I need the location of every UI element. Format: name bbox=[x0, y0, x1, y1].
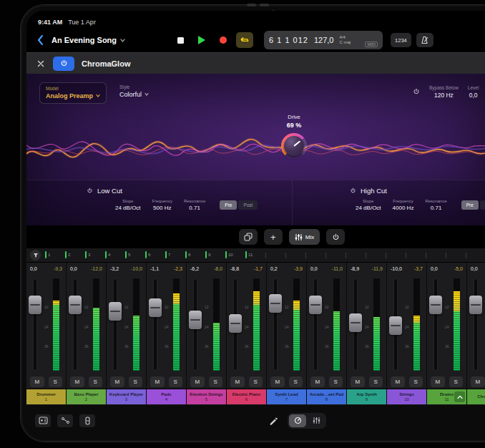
mute-button[interactable]: M bbox=[431, 376, 445, 387]
solo-button[interactable]: S bbox=[49, 376, 63, 387]
track-label[interactable]: Bass Player 2 bbox=[67, 389, 106, 404]
mute-button[interactable]: M bbox=[190, 376, 205, 387]
solo-button[interactable]: S bbox=[249, 376, 263, 387]
model-selector[interactable]: Model Analog Preamp bbox=[39, 82, 107, 104]
solo-button[interactable]: S bbox=[289, 376, 303, 387]
track-label[interactable]: Chorus V bbox=[467, 389, 485, 404]
mute-button[interactable]: M bbox=[471, 376, 485, 387]
fader-handle[interactable] bbox=[149, 298, 162, 317]
mute-button[interactable]: M bbox=[70, 376, 84, 387]
mute-button[interactable]: M bbox=[230, 376, 245, 387]
fader-track[interactable] bbox=[474, 279, 477, 370]
ruler-bar: 5 bbox=[125, 251, 130, 258]
solo-button[interactable]: S bbox=[169, 376, 183, 387]
track-label[interactable]: Emotion Strings 5 bbox=[187, 389, 226, 404]
power-icon[interactable] bbox=[413, 88, 420, 95]
count-in-button[interactable]: 1234 bbox=[391, 33, 411, 47]
track-label[interactable]: Synth Lead 7 bbox=[267, 389, 306, 404]
pre-button[interactable]: Pre bbox=[220, 200, 237, 210]
timeline-ruler[interactable]: 1234567891011 bbox=[26, 248, 485, 263]
low-cut-slope[interactable]: Slope 24 dB/Oct bbox=[115, 199, 141, 211]
controls-view-button[interactable] bbox=[289, 414, 306, 427]
track-label[interactable]: Drummer 1 bbox=[26, 389, 66, 404]
fader-handle[interactable] bbox=[189, 311, 202, 329]
track-label[interactable]: Strings 10 bbox=[387, 389, 426, 404]
fader-handle[interactable] bbox=[269, 294, 282, 313]
post-button[interactable]: Post bbox=[480, 200, 485, 210]
high-cut-slope[interactable]: Slope 24 dB/Oct bbox=[356, 199, 381, 211]
solo-button[interactable]: S bbox=[209, 376, 223, 387]
solo-button[interactable]: S bbox=[409, 376, 423, 387]
song-title-menu[interactable]: An Evening Song bbox=[52, 36, 125, 44]
mute-button[interactable]: M bbox=[150, 376, 165, 387]
fader-handle[interactable] bbox=[349, 313, 362, 332]
track-label[interactable]: Arcade…eet Pad 8 bbox=[307, 389, 346, 404]
track-label[interactable]: Keyboard Player 3 bbox=[107, 389, 146, 404]
fader-track[interactable] bbox=[434, 279, 437, 370]
fader-handle[interactable] bbox=[109, 302, 122, 321]
ruler-bar: 8 bbox=[185, 251, 190, 258]
track-label[interactable]: Drums 11 bbox=[427, 389, 466, 404]
fader-handle[interactable] bbox=[389, 316, 402, 335]
low-cut-frequency[interactable]: Frequency 500 Hz bbox=[152, 199, 172, 211]
mix-view-button[interactable]: Mix bbox=[289, 229, 320, 245]
mute-button[interactable]: M bbox=[351, 376, 365, 387]
fader-handle[interactable] bbox=[469, 296, 482, 314]
solo-button[interactable]: S bbox=[449, 376, 464, 387]
level-control[interactable]: Level 0,0 bbox=[468, 85, 479, 99]
fader-handle[interactable] bbox=[69, 296, 82, 314]
style-selector[interactable]: Style Colorful bbox=[119, 84, 149, 98]
metronome-button[interactable] bbox=[416, 33, 433, 47]
fader-handle[interactable] bbox=[29, 296, 41, 314]
inspector-button[interactable] bbox=[35, 414, 51, 427]
mute-button[interactable]: M bbox=[270, 376, 285, 387]
chevron-up-icon[interactable] bbox=[454, 391, 465, 402]
mute-button[interactable]: M bbox=[310, 376, 325, 387]
pre-button[interactable]: Pre bbox=[461, 200, 479, 210]
record-button[interactable] bbox=[215, 32, 232, 48]
fader-track[interactable] bbox=[34, 279, 36, 370]
fader-track[interactable] bbox=[154, 279, 157, 370]
post-button[interactable]: Post bbox=[238, 200, 258, 210]
track-label[interactable]: Electric Piano 6 bbox=[227, 389, 266, 404]
solo-button[interactable]: S bbox=[369, 376, 383, 387]
mute-button[interactable]: M bbox=[30, 376, 44, 387]
duplicate-button[interactable] bbox=[239, 229, 258, 245]
solo-button[interactable]: S bbox=[89, 376, 103, 387]
fader-handle[interactable] bbox=[429, 296, 442, 314]
power-icon[interactable] bbox=[87, 188, 93, 194]
mute-button[interactable]: M bbox=[110, 376, 124, 387]
lcd-display[interactable]: 6 1 1 012 127,0 4/4 C maj MIDI bbox=[264, 31, 383, 49]
solo-button[interactable]: S bbox=[329, 376, 343, 387]
close-plugin-button[interactable] bbox=[36, 59, 46, 69]
mute-button[interactable]: M bbox=[391, 376, 405, 387]
fader-track[interactable] bbox=[74, 279, 77, 370]
low-cut-resonance[interactable]: Resonance 0.71 bbox=[184, 199, 205, 211]
fader-track[interactable] bbox=[314, 279, 317, 370]
add-track-button[interactable]: + bbox=[264, 229, 283, 245]
drive-knob[interactable] bbox=[281, 133, 307, 159]
bypass-below-control[interactable]: Bypass Below 120 Hz bbox=[429, 85, 459, 99]
keyboard-button[interactable] bbox=[79, 414, 95, 427]
edit-button[interactable] bbox=[265, 414, 281, 427]
routing-button[interactable] bbox=[57, 414, 73, 427]
track-label[interactable]: Pads 4 bbox=[147, 389, 186, 404]
high-cut-resonance[interactable]: Resonance 0.71 bbox=[425, 199, 446, 211]
power-icon[interactable] bbox=[350, 188, 356, 194]
fader-track[interactable] bbox=[114, 279, 117, 370]
plugin-power-button[interactable] bbox=[53, 57, 74, 71]
track-number: 5 bbox=[205, 397, 207, 402]
back-button[interactable] bbox=[34, 32, 46, 48]
cycle-button[interactable] bbox=[236, 32, 253, 48]
play-button[interactable] bbox=[193, 32, 210, 48]
high-cut-frequency[interactable]: Frequency 4000 Hz bbox=[393, 199, 414, 211]
stop-button[interactable] bbox=[172, 32, 189, 48]
fader-handle[interactable] bbox=[229, 314, 242, 333]
solo-button[interactable]: S bbox=[129, 376, 143, 387]
filter-button[interactable] bbox=[30, 250, 41, 260]
levels-view-button[interactable] bbox=[308, 414, 325, 427]
mixer-power-button[interactable] bbox=[326, 229, 345, 245]
fader-track[interactable] bbox=[274, 279, 277, 370]
track-label[interactable]: Arp Synth 9 bbox=[347, 389, 386, 404]
fader-handle[interactable] bbox=[309, 296, 322, 314]
